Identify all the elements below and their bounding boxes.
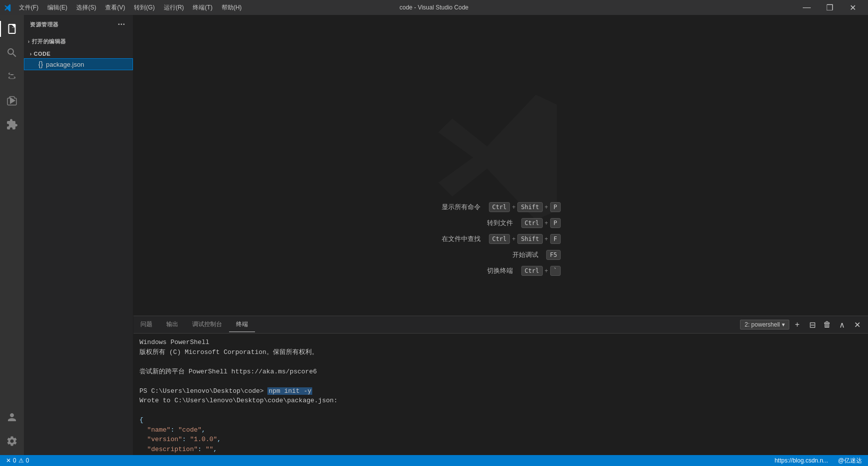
- status-errors[interactable]: ✕ 0 ⚠ 0: [4, 457, 31, 464]
- shortcut-label-4: 切换终端: [473, 266, 513, 275]
- menu-edit[interactable]: 编辑(E): [43, 1, 71, 14]
- key-shift-0: Shift: [517, 202, 542, 212]
- key-backtick: `: [550, 266, 560, 276]
- shortcut-find-in-file: 在文件中查找 Ctrl + Shift + F: [441, 234, 560, 244]
- sidebar-header: 资源管理器 ···: [24, 15, 133, 34]
- menu-terminal[interactable]: 终端(T): [189, 1, 216, 14]
- menu-help[interactable]: 帮助(H): [218, 1, 246, 14]
- key-shift-2: Shift: [517, 234, 542, 244]
- maximize-button[interactable]: ❐: [818, 0, 841, 15]
- tab-debug-console[interactable]: 调试控制台: [185, 317, 229, 332]
- activity-settings[interactable]: [0, 429, 24, 453]
- terminal-maximize-button[interactable]: ∧: [835, 318, 849, 332]
- menu-run[interactable]: 运行(R): [160, 1, 188, 14]
- status-user[interactable]: @亿迷达: [836, 457, 864, 465]
- terminal-tabs: 问题 输出 调试控制台 终端 2: powershell ▾ + ⊟ 🗑 ∧ ✕: [133, 316, 868, 334]
- blog-link-text: https://blog.csdn.n...: [774, 457, 828, 464]
- window-title: code - Visual Studio Code: [399, 4, 469, 11]
- activity-explorer[interactable]: [0, 17, 24, 41]
- terminal-line-3: 尝试新的跨平台 PowerShell https://aka.ms/pscore…: [139, 367, 862, 377]
- folder-chevron: ›: [30, 51, 32, 57]
- key-f5: F5: [546, 250, 560, 260]
- activity-run-debug[interactable]: [0, 89, 24, 113]
- open-editors-label: 打开的编辑器: [32, 38, 66, 45]
- shortcut-keys-4: Ctrl + `: [521, 266, 560, 276]
- terminal-close-button[interactable]: ✕: [850, 318, 864, 332]
- shortcut-keys-1: Ctrl + P: [521, 218, 560, 228]
- close-button[interactable]: ✕: [841, 0, 864, 15]
- tab-terminal[interactable]: 终端: [229, 317, 255, 332]
- activity-source-control[interactable]: [0, 65, 24, 89]
- status-bar: ✕ 0 ⚠ 0 https://blog.csdn.n... @亿迷达: [0, 455, 868, 466]
- folder-header[interactable]: › CODE: [24, 49, 133, 58]
- json-file-icon: {}: [38, 60, 43, 68]
- terminal-line-8: {: [139, 415, 862, 425]
- terminal-line-10: "version": "1.0.0",: [139, 435, 862, 445]
- error-icon: ✕: [6, 457, 11, 464]
- terminal-line-6: Wrote to C:\Users\lenovo\Desktop\code\pa…: [139, 396, 862, 406]
- activity-bar: [0, 15, 24, 455]
- shortcut-show-commands: 显示所有命令 Ctrl + Shift + P: [441, 202, 560, 212]
- terminal-dropdown[interactable]: 2: powershell ▾: [740, 320, 789, 330]
- main-layout: 资源管理器 ··· › 打开的编辑器 › CODE {} package.jso…: [0, 15, 868, 455]
- shortcut-goto-file: 转到文件 Ctrl + P: [441, 218, 560, 228]
- minimize-button[interactable]: —: [795, 0, 818, 15]
- menu-file[interactable]: 文件(F): [15, 1, 42, 14]
- title-bar: 文件(F) 编辑(E) 选择(S) 查看(V) 转到(G) 运行(R) 终端(T…: [0, 0, 868, 15]
- shortcut-label-1: 转到文件: [473, 219, 513, 228]
- menu-select[interactable]: 选择(S): [72, 1, 100, 14]
- shortcut-label-0: 显示所有命令: [441, 203, 481, 212]
- menu-goto[interactable]: 转到(G): [130, 1, 158, 14]
- file-name: package.json: [46, 61, 84, 68]
- vscode-icon: [4, 3, 12, 11]
- terminal-add-button[interactable]: +: [790, 318, 804, 332]
- shortcuts-panel: 显示所有命令 Ctrl + Shift + P 转到文件 Ctrl +: [441, 202, 560, 276]
- menu-view[interactable]: 查看(V): [101, 1, 129, 14]
- sidebar-title: 资源管理器: [30, 21, 59, 28]
- terminal-line-1: 版权所有 (C) Microsoft Corporation。保留所有权利。: [139, 348, 862, 357]
- sidebar-more-button[interactable]: ···: [116, 19, 127, 30]
- open-editors-section: › 打开的编辑器: [24, 34, 133, 49]
- tab-problems[interactable]: 问题: [133, 317, 159, 332]
- activity-bar-bottom: [0, 405, 24, 455]
- warning-icon: ⚠: [18, 457, 24, 464]
- open-editors-header[interactable]: › 打开的编辑器: [24, 36, 133, 47]
- window-controls: — ❐ ✕: [795, 0, 864, 15]
- activity-account[interactable]: [0, 405, 24, 429]
- shortcut-start-debug: 开始调试 F5: [441, 250, 560, 260]
- open-editors-chevron: ›: [28, 39, 30, 44]
- terminal-line-7: [139, 406, 862, 416]
- menu-bar: 文件(F) 编辑(E) 选择(S) 查看(V) 转到(G) 运行(R) 终端(T…: [15, 1, 246, 14]
- shortcut-keys-2: Ctrl + Shift + F: [489, 234, 560, 244]
- tab-output[interactable]: 输出: [159, 317, 185, 332]
- terminal-line-11: "description": "",: [139, 445, 862, 455]
- terminal-content[interactable]: Windows PowerShell 版权所有 (C) Microsoft Co…: [133, 334, 868, 455]
- key-p-0: P: [550, 202, 560, 212]
- key-ctrl-4: Ctrl: [521, 266, 542, 276]
- terminal-command: npm init -y: [267, 387, 312, 395]
- terminal-line-0: Windows PowerShell: [139, 338, 862, 348]
- status-bar-left: ✕ 0 ⚠ 0: [4, 457, 31, 464]
- terminal-line-9: "name": "code",: [139, 425, 862, 435]
- terminal-line-4: [139, 376, 862, 386]
- terminal-controls: 2: powershell ▾ + ⊟ 🗑 ∧ ✕: [740, 318, 868, 332]
- status-blog-link[interactable]: https://blog.csdn.n...: [772, 457, 830, 464]
- activity-search[interactable]: [0, 41, 24, 65]
- sidebar-header-actions: ···: [116, 19, 127, 30]
- key-f-2: F: [550, 234, 560, 244]
- activity-extensions[interactable]: [0, 113, 24, 136]
- editor-welcome: 显示所有命令 Ctrl + Shift + P 转到文件 Ctrl +: [133, 15, 868, 316]
- terminal-line-5: PS C:\Users\lenovo\Desktop\code> npm ini…: [139, 386, 862, 396]
- user-text: @亿迷达: [838, 457, 862, 465]
- terminal-split-button[interactable]: ⊟: [805, 318, 819, 332]
- terminal-trash-button[interactable]: 🗑: [820, 318, 834, 332]
- key-ctrl-1: Ctrl: [521, 218, 542, 228]
- chevron-down-icon: ▾: [782, 321, 785, 328]
- shortcut-keys-3: F5: [546, 250, 560, 260]
- shortcut-label-2: 在文件中查找: [441, 234, 481, 243]
- terminal-dropdown-label: 2: powershell: [744, 321, 780, 328]
- warning-count: 0: [26, 457, 29, 464]
- shortcut-label-3: 开始调试: [498, 250, 538, 259]
- file-item-package-json[interactable]: {} package.json: [24, 58, 133, 70]
- terminal-line-2: [139, 357, 862, 367]
